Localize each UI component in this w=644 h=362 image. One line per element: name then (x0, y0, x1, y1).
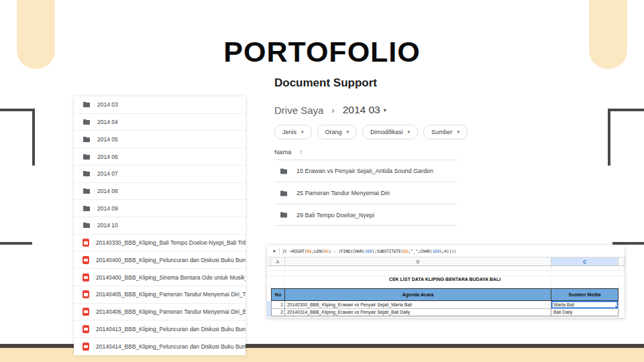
folder-name: 2014 10 (97, 222, 118, 229)
file-name: 20140405_BBB_Kliping_Pameran Tandur Meny… (96, 291, 246, 298)
decor-bracket-right-top (609, 109, 644, 111)
filter-chip[interactable]: Jenis ▾ (274, 125, 312, 139)
folder-row[interactable]: 2014 07 (74, 166, 246, 183)
empty-row (267, 282, 625, 288)
file-row[interactable]: 20140330_BBB_Kliping_Bali Tempo Doeloe-N… (74, 235, 246, 252)
caret-down-icon[interactable]: ▾ (273, 249, 276, 254)
drive-folder-name: 15 Erawan vs Penyair Sejati_Antida Sound… (297, 168, 433, 174)
folder-icon (83, 187, 91, 195)
folder-row[interactable]: 2014 03 (74, 97, 246, 114)
pdf-file-icon (83, 274, 89, 282)
folder-icon (83, 101, 91, 109)
file-row[interactable]: 20140400_BBB_Kliping_Sinema Bentara Ode … (74, 269, 246, 286)
drive-folder-name: 25 Pameran Tandur Menyemai Diri (297, 190, 390, 196)
folder-row[interactable]: 2014 06 (74, 148, 246, 166)
cell-tail (619, 309, 625, 317)
header-agenda[interactable]: Agenda Acara (285, 288, 551, 301)
formula-text: =RIGHT(B6;LEN(B6) - (FIND(CHAR(160);SUBS… (290, 249, 456, 253)
filter-chip[interactable]: Dimodifikasi ▾ (362, 125, 418, 139)
folder-icon (83, 118, 91, 126)
cell-agenda[interactable]: 20140300_BBB_Kliping_Erawan vs Penyair S… (285, 301, 551, 309)
folder-name: 2014 08 (97, 188, 118, 194)
header-media[interactable]: Sumber Media (551, 288, 619, 301)
decor-bracket-right-vertical (608, 109, 610, 166)
cell-media[interactable]: Warta Bali (551, 301, 619, 309)
drive-folder-row[interactable]: 29 Bali Tempo Doeloe_Nyepi (274, 204, 458, 226)
folder-icon (83, 153, 91, 161)
decor-bracket-left-top (0, 109, 35, 111)
folder-row[interactable]: 2014 08 (74, 183, 246, 200)
folder-icon (83, 135, 91, 143)
chevron-right-icon: › (331, 105, 334, 115)
spreadsheet: ▾ fx =RIGHT(B6;LEN(B6) - (FIND(CHAR(160)… (267, 245, 625, 318)
folder-row[interactable]: 2014 04 (74, 114, 246, 131)
file-row[interactable]: 20140413_BBB_Kliping_Peluncuran dan Disk… (74, 320, 246, 338)
filter-chip[interactable]: Orang ▾ (317, 125, 358, 139)
folder-row[interactable]: 2014 09 (74, 200, 246, 217)
drive-folder-name: 29 Bali Tempo Doeloe_Nyepi (297, 212, 374, 219)
caret-down-icon: ▾ (301, 129, 304, 135)
folder-name: 2014 04 (97, 119, 118, 125)
filter-chip-bar: Jenis ▾ Orang ▾ Dimodifikasi ▾ Sumber ▾ (274, 125, 468, 139)
sort-column-label: Nama (274, 148, 291, 156)
header-no[interactable]: No (271, 288, 285, 301)
file-row[interactable]: 20140406_BBB_Kliping_Pameran Tandur Meny… (74, 304, 246, 321)
folder-row[interactable]: 2014 05 (74, 131, 246, 148)
header-tail (619, 288, 625, 301)
table-header-row: No Agenda Acara Sumber Media (267, 288, 625, 301)
file-name: 20140413_BBB_Kliping_Peluncuran dan Disk… (96, 326, 246, 333)
filter-chip-label: Dimodifikasi (370, 129, 403, 135)
drive-folder-row[interactable]: 25 Pameran Tandur Menyemai Diri (274, 182, 458, 204)
cell-agenda[interactable]: 20140314_BBB_Kliping_Erawan vs Penyair S… (285, 309, 551, 317)
column-header-b[interactable]: B (285, 257, 551, 265)
filter-chip-label: Jenis (282, 129, 297, 135)
pdf-file-icon (83, 343, 89, 351)
function-icon: fx (283, 248, 287, 254)
file-row[interactable]: 20140405_BBB_Kliping_Pameran Tandur Meny… (74, 286, 246, 304)
breadcrumb-current-label: 2014 03 (343, 104, 380, 116)
file-name: 20140400_BBB_Kliping_Peluncuran dan Disk… (96, 257, 246, 263)
sort-ascending-icon: ↑ (299, 148, 303, 156)
breadcrumb: Drive Saya › 2014 03 ▾ (274, 104, 386, 116)
sheet-title: CEK LIST DATA KLIPING BENTARA BUDAYA BAL… (271, 277, 619, 282)
filter-chip[interactable]: Sumber ▾ (423, 125, 468, 139)
folder-icon (83, 204, 91, 213)
divider (279, 248, 280, 255)
column-header-a[interactable]: A (271, 257, 285, 265)
table-row: 1 20140300_BBB_Kliping_Erawan vs Penyair… (267, 301, 625, 309)
cell-no[interactable]: 1 (271, 301, 285, 309)
section-subtitle: Document Support (274, 76, 377, 90)
folder-name: 2014 09 (97, 205, 118, 212)
cell-no[interactable]: 2 (271, 309, 285, 317)
filter-chip-label: Orang (325, 129, 342, 135)
folder-name: 2014 07 (97, 170, 118, 177)
folder-name: 2014 06 (97, 154, 118, 160)
formula-bar[interactable]: ▾ fx =RIGHT(B6;LEN(B6) - (FIND(CHAR(160)… (267, 245, 625, 257)
column-header-tail (619, 257, 625, 265)
breadcrumb-current[interactable]: 2014 03 ▾ (343, 104, 386, 116)
pdf-file-icon (83, 290, 89, 298)
caret-down-icon: ▾ (347, 129, 350, 135)
folder-row[interactable]: 2014 10 (74, 217, 246, 235)
folder-icon (280, 211, 288, 219)
cell-media[interactable]: Bali Daily (551, 309, 619, 317)
folder-name: 2014 05 (97, 136, 118, 143)
cell-tail (619, 301, 625, 309)
sheet-title-row: CEK LIST DATA KLIPING BENTARA BUDAYA BAL… (267, 276, 625, 282)
file-row[interactable]: 20140414_BBB_Kliping_Peluncuran dan Disk… (74, 338, 246, 355)
drive-folder-row[interactable]: 15 Erawan vs Penyair Sejati_Antida Sound… (274, 160, 458, 182)
decor-bracket-left-vertical (32, 109, 35, 166)
breadcrumb-root[interactable]: Drive Saya (274, 105, 323, 116)
file-name: 20140406_BBB_Kliping_Pameran Tandur Meny… (96, 308, 246, 315)
file-row[interactable]: 20140400_BBB_Kliping_Peluncuran dan Disk… (74, 251, 246, 269)
folder-icon (83, 221, 91, 229)
pdf-file-icon (83, 239, 89, 247)
file-name: 20140414_BBB_Kliping_Peluncuran dan Disk… (96, 343, 246, 350)
column-header-c-selected[interactable]: C (551, 257, 619, 265)
decor-bracket-right-dash (612, 242, 644, 245)
file-name: 20140400_BBB_Kliping_Sinema Bentara Ode … (96, 274, 246, 281)
sort-header[interactable]: Nama ↑ (274, 148, 303, 156)
drive-folder-list: 15 Erawan vs Penyair Sejati_Antida Sound… (274, 160, 458, 226)
folder-name: 2014 03 (97, 101, 118, 108)
pdf-file-icon (83, 308, 89, 316)
